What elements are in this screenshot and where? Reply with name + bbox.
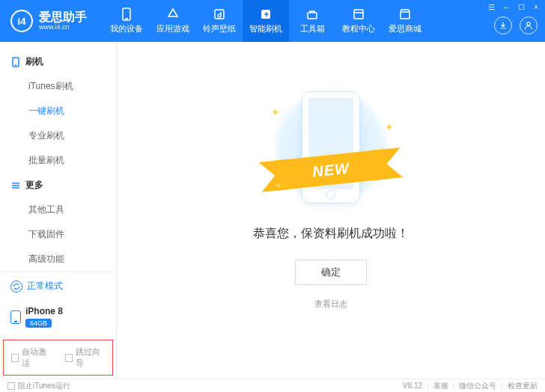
nav-label: 工具箱: [300, 23, 325, 34]
nav-bar: 我的设备应用游戏铃声壁纸智能刷机工具箱教程中心爱思商城: [103, 0, 428, 42]
window-controls: ☰–☐×: [487, 3, 541, 11]
device-row[interactable]: iPhone 8 64GB: [0, 300, 116, 337]
sidebar-group-more[interactable]: 更多: [0, 173, 116, 197]
music-icon: [212, 7, 227, 21]
options-highlight-box: 自动激活跳过向导: [3, 340, 113, 376]
header-side-buttons: [494, 16, 538, 34]
mode-label: 正常模式: [27, 280, 63, 293]
refresh-icon: [10, 281, 22, 293]
star-icon: ✦: [385, 121, 394, 133]
option-checkbox[interactable]: 跳过向导: [65, 346, 106, 369]
nav-label: 教程中心: [342, 23, 375, 34]
block-itunes-checkbox[interactable]: 阻止iTunes运行: [7, 381, 70, 391]
view-log-link[interactable]: 查看日志: [314, 298, 347, 310]
star-icon: ✦: [271, 106, 280, 118]
sidebar-item[interactable]: 高级功能: [0, 247, 116, 272]
device-icon: [10, 310, 21, 324]
sidebar-item[interactable]: 专业刷机: [0, 123, 116, 148]
main-panel: NEW ✦ ✦ ✦ 恭喜您，保资料刷机成功啦！ 确定 查看日志: [117, 42, 545, 379]
toolbox-icon: [305, 7, 320, 21]
footer-bar: 阻止iTunes运行 V8.12 | 客服 | 微信公众号 | 检查更新: [0, 379, 545, 392]
nav-label: 智能刷机: [249, 23, 282, 34]
brand-text: 爱思助手 www.i4.cn: [39, 10, 87, 31]
sidebar: 刷机 iTunes刷机一键刷机专业刷机批量刷机 更多 其他工具下载固件高级功能 …: [0, 42, 117, 379]
sidebar-item[interactable]: 下载固件: [0, 222, 116, 247]
device-icon: [119, 7, 134, 21]
nav-label: 应用游戏: [156, 23, 189, 34]
sidebar-item[interactable]: iTunes刷机: [0, 74, 116, 99]
flash-icon: [258, 7, 273, 21]
checkbox-icon: [7, 382, 15, 390]
nav-toolbox[interactable]: 工具箱: [289, 0, 335, 42]
option-checkbox[interactable]: 自动激活: [11, 346, 52, 369]
sidebar-item[interactable]: 其他工具: [0, 197, 116, 222]
menu-icon: [10, 180, 21, 191]
brand-name: 爱思助手: [39, 10, 87, 24]
book-icon: [351, 7, 366, 21]
minimize-icon[interactable]: –: [502, 3, 511, 11]
nav-flash[interactable]: 智能刷机: [243, 0, 289, 42]
nav-shop[interactable]: 爱思商城: [382, 0, 428, 42]
nav-music[interactable]: 铃声壁纸: [196, 0, 243, 42]
group-label: 更多: [25, 179, 43, 192]
device-name: iPhone 8: [25, 306, 63, 316]
star-icon: ✦: [274, 180, 283, 192]
group-label: 刷机: [25, 55, 43, 68]
checkbox-icon: [11, 354, 19, 362]
top-header: i4 爱思助手 www.i4.cn 我的设备应用游戏铃声壁纸智能刷机工具箱教程中…: [0, 0, 545, 42]
checkbox-label: 自动激活: [22, 346, 51, 369]
sidebar-item[interactable]: 一键刷机: [0, 99, 116, 123]
nav-device[interactable]: 我的设备: [103, 0, 150, 42]
svg-rect-5: [354, 10, 363, 19]
footer-link-support[interactable]: 客服: [433, 381, 448, 391]
maximize-icon[interactable]: ☐: [517, 3, 526, 11]
nav-label: 我的设备: [110, 23, 143, 34]
footer-link-update[interactable]: 检查更新: [508, 381, 538, 391]
svg-rect-7: [401, 12, 409, 19]
success-message: 恭喜您，保资料刷机成功啦！: [253, 226, 409, 242]
download-button[interactable]: [494, 16, 512, 34]
logo-icon: i4: [10, 10, 33, 32]
phone-icon: [10, 57, 21, 67]
svg-rect-4: [308, 13, 317, 19]
sidebar-group-flash[interactable]: 刷机: [0, 49, 116, 74]
svg-point-8: [527, 22, 531, 26]
ok-button[interactable]: 确定: [295, 260, 367, 285]
block-itunes-label: 阻止iTunes运行: [18, 381, 70, 391]
apps-icon: [165, 7, 180, 21]
nav-label: 铃声壁纸: [203, 23, 236, 34]
nav-label: 爱思商城: [389, 23, 421, 34]
device-mode[interactable]: 正常模式: [0, 272, 116, 300]
user-button[interactable]: [520, 16, 538, 34]
checkbox-icon: [65, 354, 73, 362]
brand-url: www.i4.cn: [39, 24, 87, 31]
close-icon[interactable]: ×: [532, 3, 541, 11]
menu-icon[interactable]: ☰: [487, 3, 496, 11]
storage-badge: 64GB: [25, 319, 52, 328]
nav-book[interactable]: 教程中心: [335, 0, 382, 42]
logo-area: i4 爱思助手 www.i4.cn: [0, 10, 97, 32]
success-illustration: NEW ✦ ✦ ✦: [264, 84, 398, 211]
shop-icon: [398, 7, 412, 21]
sidebar-item[interactable]: 批量刷机: [0, 148, 116, 173]
footer-link-wechat[interactable]: 微信公众号: [459, 381, 496, 391]
checkbox-label: 跳过向导: [76, 346, 105, 369]
version-label: V8.12: [403, 382, 422, 390]
nav-apps[interactable]: 应用游戏: [150, 0, 196, 42]
